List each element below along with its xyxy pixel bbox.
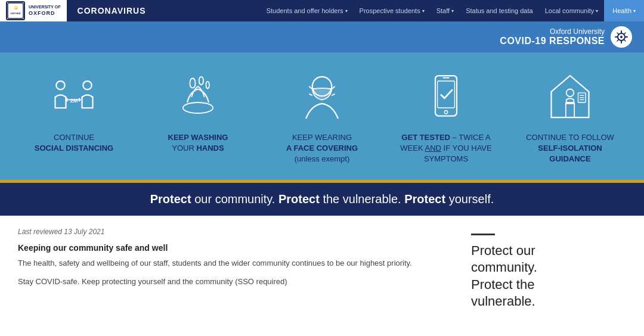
icons-section: 2M CONTINUESOCIAL DISTANCING KEEP WASHIN… <box>0 52 644 180</box>
covid-response-subtitle: Oxford University <box>500 27 605 36</box>
nav-item-health[interactable]: Health ▾ <box>604 0 644 21</box>
social-distancing-label: CONTINUESOCIAL DISTANCING <box>35 132 113 154</box>
protect-text-1: our community. <box>194 192 278 206</box>
chevron-down-icon: ▾ <box>596 8 598 14</box>
protect-banner: Protect our community. Protect the vulne… <box>0 183 644 216</box>
content-sidebar: Protect our community. Protect the vulne… <box>471 228 626 310</box>
last-reviewed: Last reviewed 13 July 2021 <box>18 228 453 236</box>
chevron-down-icon: ▾ <box>345 8 348 14</box>
wash-hands-label: KEEP WASHINGYOUR HANDS <box>168 132 228 154</box>
sidebar-protect-text: Protect our community. Protect the vulne… <box>471 242 626 310</box>
svg-line-20 <box>309 94 312 96</box>
svg-line-9 <box>617 33 619 35</box>
chevron-down-icon: ▾ <box>422 8 425 14</box>
content-main: Last reviewed 13 July 2021 Keeping our c… <box>18 228 453 310</box>
protect-text-2: the vulnerable. <box>323 192 404 206</box>
protect-text-3: yourself. <box>449 192 494 206</box>
content-heading: Keeping our community safe and well <box>18 243 453 253</box>
content-body-1: The health, safety and wellbeing of our … <box>18 257 453 269</box>
svg-text:OXFORD: OXFORD <box>10 12 20 15</box>
svg-text:🔱: 🔱 <box>14 5 18 10</box>
svg-point-25 <box>444 111 447 114</box>
nav-item-status[interactable]: Status and testing data <box>460 0 539 21</box>
self-isolation-label: CONTINUE TO FOLLOWSELF-ISOLATIONGUIDANCE <box>526 132 614 165</box>
covid-response-text: Oxford University COVID-19 RESPONSE <box>500 27 605 46</box>
chevron-down-icon: ▾ <box>633 8 636 14</box>
svg-point-14 <box>83 81 91 89</box>
svg-rect-24 <box>438 81 455 108</box>
content-area: Last reviewed 13 July 2021 Keeping our c… <box>0 216 644 322</box>
nav-links: Students and offer holders ▾ Prospective… <box>261 0 644 21</box>
icon-get-tested: GET TESTED – TWICE A WEEK AND IF YOU HAV… <box>392 70 500 165</box>
svg-rect-0 <box>8 3 23 18</box>
svg-point-30 <box>566 89 574 97</box>
nav-item-staff[interactable]: Staff ▾ <box>431 0 460 21</box>
nav-item-prospective[interactable]: Prospective students ▾ <box>354 0 431 21</box>
logo-area: 🔱 OXFORD UNIVERSITY OF OXFORD <box>0 0 67 21</box>
icon-face-covering: KEEP WEARINGA FACE COVERING(unless exemp… <box>268 70 376 165</box>
face-covering-label: KEEP WEARINGA FACE COVERING(unless exemp… <box>286 132 358 165</box>
protect-word-3: Protect <box>404 192 445 206</box>
oxford-logo-text: UNIVERSITY OF OXFORD <box>29 5 61 16</box>
svg-point-17 <box>183 102 213 113</box>
site-title: CORONAVIRUS <box>67 0 157 21</box>
protect-word-2: Protect <box>278 192 320 206</box>
icon-wash-hands: KEEP WASHINGYOUR HANDS <box>144 70 252 154</box>
svg-line-22 <box>332 94 335 96</box>
oxford-shield-logo: 🔱 OXFORD <box>6 1 25 20</box>
svg-line-11 <box>624 33 626 35</box>
svg-point-4 <box>620 36 623 38</box>
svg-rect-29 <box>566 102 574 117</box>
icon-social-distancing: 2M CONTINUESOCIAL DISTANCING <box>20 70 128 154</box>
covid-response-banner: Oxford University COVID-19 RESPONSE <box>0 21 644 52</box>
protect-word-1: Protect <box>150 192 191 206</box>
get-tested-label: GET TESTED – TWICE A WEEK AND IF YOU HAV… <box>392 132 500 165</box>
sidebar-divider <box>471 234 495 235</box>
covid-response-title: COVID-19 RESPONSE <box>500 36 605 46</box>
top-navigation: 🔱 OXFORD UNIVERSITY OF OXFORD CORONAVIRU… <box>0 0 644 21</box>
svg-line-10 <box>624 39 626 41</box>
svg-point-13 <box>56 81 64 89</box>
icon-self-isolation: CONTINUE TO FOLLOWSELF-ISOLATIONGUIDANCE <box>516 70 624 165</box>
nav-item-community[interactable]: Local community ▾ <box>539 0 605 21</box>
chevron-down-icon: ▾ <box>451 8 454 14</box>
content-body-2: Stay COVID-safe. Keep protecting yoursel… <box>18 276 453 288</box>
covid-icon <box>611 26 632 48</box>
svg-line-12 <box>617 39 619 41</box>
nav-item-students[interactable]: Students and offer holders ▾ <box>261 0 354 21</box>
svg-text:2M: 2M <box>70 98 78 104</box>
